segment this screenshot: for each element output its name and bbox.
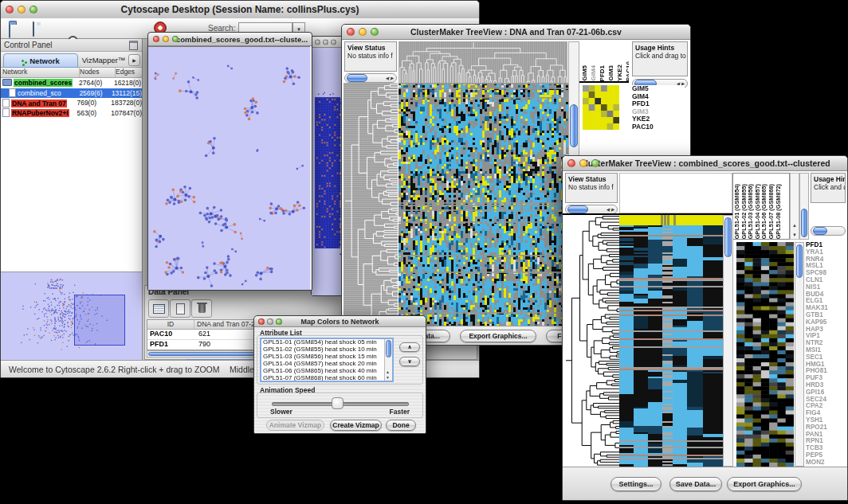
open-file-icon[interactable] [9, 23, 10, 38]
main-titlebar[interactable]: Cytoscape Desktop (Session Name: collins… [1, 1, 479, 19]
col-network[interactable]: Network [1, 68, 80, 77]
column-label[interactable]: GIM5 [581, 65, 588, 81]
slider-thumb[interactable] [347, 74, 367, 82]
gene-label[interactable]: PAC10 [632, 123, 685, 131]
table-mode-button[interactable] [148, 299, 169, 318]
float-panel-icon[interactable] [129, 41, 138, 50]
heatmap-canvas[interactable] [398, 83, 568, 326]
minimize-button[interactable] [18, 6, 26, 14]
animate-vizmap-button[interactable]: Animate Vizmap [266, 420, 324, 431]
close-button[interactable] [315, 39, 320, 45]
export-graphics-button[interactable]: Export Graphics... [460, 330, 536, 342]
export-graphics-button[interactable]: Export Graphics... [727, 477, 802, 491]
heatmap-vscrollbar[interactable] [723, 215, 733, 467]
overview-selection-rect[interactable] [74, 295, 125, 346]
minimize-button[interactable] [359, 28, 367, 36]
vscroll-thumb[interactable] [570, 104, 578, 147]
column-label[interactable]: PAC10 [625, 61, 629, 81]
control-panel-header: Control Panel [1, 39, 142, 52]
scroll-up-icon[interactable]: ▲ [386, 369, 390, 374]
create-vizmap-button[interactable]: Create Vizmap [330, 420, 382, 431]
gene-label[interactable]: MON2 [806, 459, 846, 467]
column-label[interactable]: GPL51-08 (GSM872) [775, 184, 783, 239]
slider-left-icon[interactable]: ◀ [386, 76, 389, 80]
column-label[interactable]: GIM4 [590, 65, 597, 81]
network-table-header: Network Nodes Edges [1, 68, 142, 78]
slider-left-icon[interactable]: ◀ [607, 207, 610, 212]
close-button[interactable] [153, 36, 159, 42]
attribute-item[interactable]: GPL51-07 (GSM868) heat shock 60 min [261, 375, 392, 382]
zoom-heatmap-canvas[interactable] [583, 85, 619, 130]
treeview2-title: ClusterMaker TreeView : combined_scores_… [563, 156, 847, 170]
zoom-button[interactable] [172, 36, 179, 42]
tv2-gene-list: PFD1YRA1RNR4MSL1SPC98CLN1NIS1BUD4ELG1MAK… [806, 242, 846, 467]
label-vscrollbar[interactable] [799, 173, 809, 240]
animation-slider-thumb[interactable] [332, 397, 344, 409]
zoom-vscrollbar[interactable] [795, 242, 804, 467]
column-dendrogram[interactable] [398, 41, 567, 83]
zoom-heatmap-canvas[interactable] [736, 242, 794, 467]
row-dendrogram[interactable] [344, 83, 398, 326]
move-down-button[interactable]: ∨ [399, 357, 420, 366]
vscroll-thumb[interactable] [724, 217, 732, 257]
minimize-button[interactable] [267, 318, 273, 325]
network-view-window: combined_scores_good.txt--cluste... [147, 32, 312, 291]
network-row-rnapuber[interactable]: RNAPuberNov2+I 563(0) 107847(0) [1, 108, 142, 119]
heatmap-canvas[interactable] [619, 215, 723, 467]
done-button[interactable]: Done [386, 420, 416, 431]
global-zoom-slider[interactable] [811, 226, 846, 236]
zoom-button[interactable] [371, 28, 379, 36]
minimize-button[interactable] [163, 36, 169, 42]
tab-network[interactable]: Network [3, 53, 78, 68]
scroll-down-icon[interactable]: ▼ [386, 375, 390, 380]
main-window-title: Cytoscape Desktop (Session Name: collins… [1, 1, 479, 18]
scroll-down-icon[interactable]: ▼ [792, 232, 797, 237]
close-button[interactable] [258, 318, 265, 325]
list-scroll-thumb[interactable] [386, 340, 391, 357]
network-overview[interactable] [1, 272, 142, 360]
minimize-button[interactable] [323, 39, 328, 45]
column-label[interactable]: GIM3 [607, 65, 614, 81]
new-attribute-button[interactable] [170, 299, 190, 318]
close-button[interactable] [567, 159, 575, 167]
col-id[interactable]: ID [147, 320, 194, 329]
column-label[interactable]: YKE2 [616, 64, 623, 81]
tab-overflow-button[interactable]: ▶ [128, 54, 140, 66]
minimize-button[interactable] [579, 159, 587, 167]
settings-button[interactable]: Settings... [610, 477, 662, 491]
zoom-button[interactable] [331, 39, 336, 45]
zoom-button[interactable] [591, 159, 599, 167]
network-canvas[interactable] [148, 46, 310, 290]
attribute-listbox[interactable]: GPL51-01 (GSM854) heat shock 05 min GPL5… [260, 338, 394, 382]
grid-icon [153, 304, 165, 314]
list-scrollbar[interactable]: ▲ ▼ [384, 339, 392, 381]
network-row-dna-tran[interactable]: DNA and Tran 07 769(0) 183728(0) [1, 98, 142, 108]
slider-right-icon[interactable]: ▶ [611, 207, 614, 212]
col-edges[interactable]: Edges [116, 68, 142, 77]
slider-thumb[interactable] [813, 227, 827, 235]
network-row-combined-scores[interactable]: combined_scores 2764(0) 16218(0) [1, 78, 142, 88]
close-button[interactable] [347, 28, 355, 36]
close-button[interactable] [6, 6, 14, 14]
tab-vizmapper[interactable]: VizMapper™ [79, 53, 128, 66]
scroll-up-icon[interactable]: ▲ [792, 223, 797, 228]
column-label[interactable]: PFD1 [599, 65, 606, 81]
move-up-button[interactable]: ∧ [399, 342, 420, 352]
background-network-view[interactable] [312, 48, 344, 295]
row-dendrogram[interactable] [564, 215, 619, 467]
slider-thumb[interactable] [567, 205, 588, 213]
vscroll-thumb[interactable] [801, 209, 807, 237]
delete-attribute-button[interactable] [191, 299, 212, 318]
slider-right-icon[interactable]: ▶ [391, 76, 394, 80]
save-icon[interactable] [33, 21, 34, 37]
network-row-selected[interactable]: combined_sco 2569(6) 13112(15) [1, 88, 142, 99]
col-nodes[interactable]: Nodes [80, 68, 116, 77]
vscroll-thumb[interactable] [796, 244, 803, 278]
usage-hints-panel: Usage Hints Click and drag to [811, 173, 846, 203]
document-icon [2, 99, 10, 107]
tree-zoom-slider[interactable]: ◀▶ [344, 73, 397, 83]
zoom-button[interactable] [29, 6, 37, 14]
save-data-button[interactable]: Save Data... [669, 477, 722, 491]
tv1-column-labels: GIM5 GIM4 PFD1 GIM3 YKE2 PAC10 [579, 41, 629, 83]
zoom-button[interactable] [276, 318, 282, 325]
